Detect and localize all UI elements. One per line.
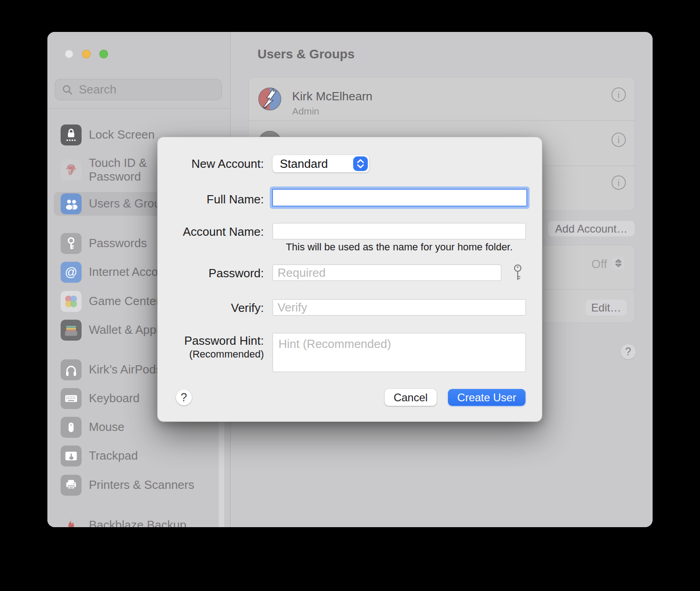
lock-screen-icon bbox=[61, 124, 82, 145]
account-name-note: This will be used as the name for your h… bbox=[273, 241, 526, 253]
sidebar-item-label: Printers & Scanners bbox=[89, 478, 194, 492]
edit-button[interactable]: Edit… bbox=[585, 299, 627, 316]
full-name-input[interactable] bbox=[272, 189, 527, 207]
password-assistant-key-icon[interactable] bbox=[512, 264, 524, 284]
sidebar-item-label: Kirk’s AirPods bbox=[89, 363, 162, 377]
add-account-button[interactable]: Add Account… bbox=[548, 221, 635, 237]
svg-text:i: i bbox=[618, 90, 619, 100]
passwords-key-icon bbox=[61, 233, 82, 254]
sidebar-item-trackpad[interactable]: Trackpad bbox=[54, 444, 224, 468]
sidebar-item-printers[interactable]: Printers & Scanners bbox=[54, 473, 224, 497]
avatar bbox=[258, 87, 282, 113]
minimize-button[interactable] bbox=[82, 50, 91, 58]
password-input[interactable] bbox=[273, 264, 501, 281]
sidebar-item-label: Trackpad bbox=[89, 449, 138, 463]
automatic-login-stepper[interactable] bbox=[612, 257, 625, 270]
automatic-login-value: Off bbox=[563, 257, 607, 271]
trackpad-icon bbox=[61, 446, 82, 467]
users-groups-icon bbox=[61, 193, 82, 214]
svg-text:i: i bbox=[618, 178, 619, 188]
account-name-input[interactable] bbox=[273, 223, 526, 239]
password-label: Password: bbox=[158, 266, 264, 280]
at-icon: @ bbox=[61, 262, 82, 283]
cancel-button[interactable]: Cancel bbox=[385, 389, 437, 406]
account-name-label: Account Name: bbox=[158, 225, 264, 239]
search-field[interactable] bbox=[55, 79, 222, 100]
password-hint-sublabel: (Recommended) bbox=[158, 348, 264, 360]
sidebar-item-label: Backblaze Backup bbox=[89, 518, 186, 527]
verify-input[interactable] bbox=[273, 299, 526, 316]
wallet-icon bbox=[61, 320, 82, 341]
row-divider bbox=[249, 120, 635, 121]
game-center-icon bbox=[61, 291, 82, 312]
svg-text:@: @ bbox=[65, 265, 77, 279]
sidebar-header-divider bbox=[47, 108, 230, 109]
create-user-button[interactable]: Create User bbox=[448, 389, 525, 406]
user-role: Admin bbox=[292, 106, 319, 117]
svg-text:i: i bbox=[618, 135, 619, 145]
full-name-label: Full Name: bbox=[158, 192, 264, 207]
settings-window: Lock Screen Touch ID & Password Users & … bbox=[47, 32, 653, 527]
screen: Lock Screen Touch ID & Password Users & … bbox=[0, 0, 700, 591]
info-icon[interactable]: i bbox=[611, 87, 626, 102]
search-icon bbox=[62, 84, 73, 96]
sidebar-item-label: Keyboard bbox=[89, 392, 139, 405]
new-account-dialog: New Account: Standard Full Name: Account… bbox=[157, 137, 542, 422]
page-title: Users & Groups bbox=[257, 47, 355, 62]
headphones-icon bbox=[61, 359, 82, 380]
sidebar-item-label: Passwords bbox=[89, 237, 147, 250]
help-button[interactable]: ? bbox=[621, 344, 636, 359]
chevron-up-down-icon bbox=[353, 156, 368, 171]
info-icon[interactable]: i bbox=[611, 132, 626, 147]
new-account-label: New Account: bbox=[158, 157, 264, 171]
password-hint-textarea[interactable] bbox=[273, 333, 526, 372]
dialog-help-button[interactable]: ? bbox=[176, 389, 192, 405]
popup-value: Standard bbox=[280, 157, 328, 171]
user-name: Kirk McElhearn bbox=[292, 89, 372, 104]
close-button[interactable] bbox=[65, 50, 73, 58]
sidebar-item-label: Touch ID & Password bbox=[89, 156, 166, 184]
zoom-button[interactable] bbox=[99, 50, 108, 58]
verify-label: Verify: bbox=[158, 301, 264, 315]
info-icon[interactable]: i bbox=[611, 175, 626, 190]
sidebar-item-label: Game Center bbox=[89, 295, 160, 308]
fingerprint-icon bbox=[61, 160, 82, 181]
keyboard-icon bbox=[61, 388, 82, 409]
mouse-icon bbox=[61, 417, 82, 438]
sidebar-item-label: Lock Screen bbox=[89, 128, 155, 142]
printer-icon bbox=[61, 475, 82, 496]
sidebar-item-label: Mouse bbox=[89, 420, 124, 434]
new-account-popup[interactable]: Standard bbox=[273, 155, 369, 172]
password-hint-label: Password Hint: bbox=[158, 334, 264, 348]
sidebar-item-backblaze[interactable]: Backblaze Backup bbox=[54, 513, 224, 527]
flame-icon bbox=[61, 515, 82, 527]
search-input[interactable] bbox=[78, 82, 206, 97]
